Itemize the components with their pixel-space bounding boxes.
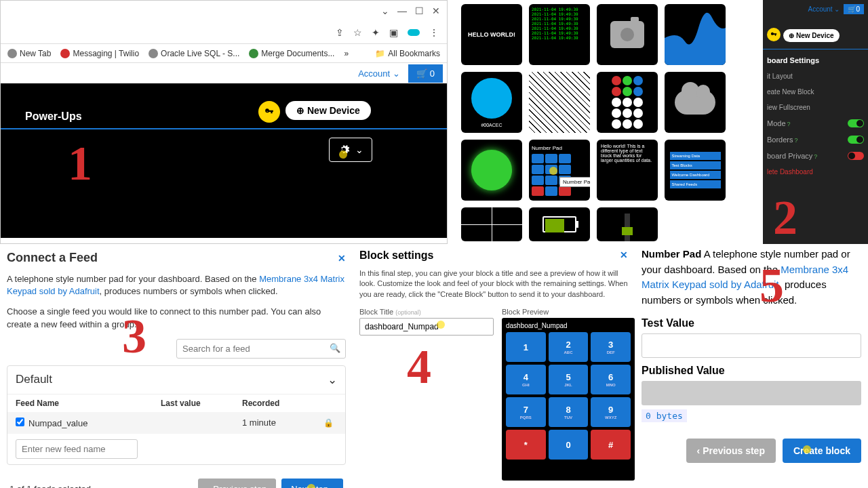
block-battery[interactable] [529, 207, 590, 241]
feed-checkbox[interactable] [16, 418, 24, 426]
published-value-label: Published Value [642, 365, 861, 377]
sidebar-create-block[interactable]: eate New Block [767, 84, 864, 100]
test-value-input[interactable] [642, 333, 861, 358]
sidebar-edit-layout[interactable]: it Layout [767, 68, 864, 84]
key-icon[interactable] [258, 101, 280, 123]
bookmark-merge[interactable]: Merge Documents... [249, 49, 334, 58]
modal-title: Connect a Feed [7, 251, 98, 265]
share-icon[interactable]: ⇪ [336, 27, 344, 38]
connect-feed-modal: Connect a Feed✕ A telephone style number… [0, 244, 353, 488]
new-device-button[interactable]: ⊕ New Device [783, 29, 840, 42]
numpad-key[interactable]: 3DEF [591, 332, 631, 362]
sidebar-heading: board Settings [767, 52, 864, 68]
modal-title: Block settings [359, 249, 433, 262]
modal-description: A telephone style number pad for your da… [7, 273, 346, 298]
numpad-key[interactable]: 2ABC [549, 332, 589, 362]
tooltip: Number Pad [559, 177, 590, 187]
block-text[interactable]: HELLO WORLD! [461, 4, 522, 65]
help-icon: ? [787, 121, 791, 127]
block-remote[interactable] [597, 72, 658, 133]
published-value-box [642, 381, 861, 405]
annotation-number: 4 [407, 339, 431, 395]
block-links[interactable]: Streaming DataTest BlocksWelcome Dashboa… [665, 140, 726, 201]
block-indicator[interactable] [461, 140, 522, 201]
dashboard-title: Power-Ups [25, 110, 82, 123]
star-icon[interactable]: ☆ [353, 27, 362, 38]
block-numpad[interactable]: Number Pad Number Pad [529, 140, 590, 201]
close-icon[interactable]: ✕ [620, 249, 628, 262]
sidebar-fullscreen[interactable]: iew Fullscreen [767, 100, 864, 115]
account-bar: Account ⌄ 🛒 0 [1, 63, 447, 83]
block-title-input[interactable] [359, 318, 494, 336]
numpad-key[interactable]: 8TUV [549, 397, 589, 427]
next-button[interactable]: Next step › [281, 479, 343, 488]
numpad-key[interactable]: 9WXYZ [591, 397, 631, 427]
close-icon[interactable]: ✕ [338, 253, 346, 264]
new-device-button[interactable]: ⊕New Device [285, 101, 371, 120]
previous-button[interactable]: ‹ Previous step [198, 479, 276, 488]
bookmark-oracle[interactable]: Oracle Live SQL - S... [149, 49, 239, 58]
block-title-label: Block Title (optional) [359, 308, 494, 316]
sidebar-privacy-toggle[interactable]: board Privacy? [767, 148, 864, 164]
account-link[interactable]: Account ⌄ [808, 5, 840, 13]
numpad-key[interactable]: 5JKL [549, 365, 589, 394]
cart-button[interactable]: 🛒0 [844, 4, 864, 14]
block-linechart[interactable] [665, 4, 726, 65]
block-stream[interactable]: 2021-11-04 19:49:39 2021-11-04 19:49:39 … [529, 4, 590, 65]
previous-button[interactable]: ‹ Previous step [686, 439, 776, 463]
numpad-key[interactable]: # [591, 430, 631, 460]
all-bookmarks[interactable]: 📁All Bookmarks [375, 49, 440, 58]
block-crosshair[interactable] [461, 207, 522, 241]
cart-button[interactable]: 🛒 0 [408, 64, 443, 83]
numpad-key[interactable]: 7PQRS [506, 397, 546, 427]
key-icon[interactable] [767, 28, 781, 41]
test-value-label: Test Value [642, 317, 861, 329]
group-header[interactable]: Default⌄ [7, 366, 345, 394]
description: Number Pad A telephone style number pad … [642, 247, 861, 308]
block-map[interactable] [529, 72, 590, 133]
help-icon: ? [814, 153, 817, 160]
maximize-icon[interactable]: ☐ [415, 5, 424, 16]
create-block-button[interactable]: Create block [783, 439, 861, 463]
block-slider[interactable] [597, 207, 658, 241]
numpad-key[interactable]: 6MNO [591, 365, 631, 394]
account-link[interactable]: Account ⌄ [358, 68, 400, 79]
modal-instructions: Choose a single feed you would like to c… [7, 306, 346, 330]
minimize-icon[interactable]: — [397, 5, 407, 16]
block-icon[interactable] [665, 72, 726, 133]
block-image[interactable] [597, 4, 658, 65]
feed-search[interactable]: 🔍 [176, 339, 346, 359]
window-controls: ⌄ — ☐ ✕ [1, 1, 447, 21]
bookmark-newtab[interactable]: New Tab [7, 49, 51, 58]
lock-icon: 🔒 [323, 418, 337, 428]
sidebar-mode-toggle[interactable]: Mode? [767, 115, 864, 131]
chevron-down-icon[interactable]: ⌄ [381, 5, 389, 16]
bookmarks-bar: New Tab Messaging | Twilio Oracle Live S… [1, 44, 447, 63]
block-color[interactable]: #00ACEC [461, 72, 522, 133]
extensions-icon[interactable]: ✦ [372, 27, 380, 38]
annotation-number: 3 [122, 308, 146, 365]
panel-icon[interactable]: ▣ [389, 27, 398, 38]
gear-menu[interactable]: ⌄ [329, 138, 372, 162]
mouse-cursor [803, 445, 811, 453]
numpad-key[interactable]: * [506, 430, 546, 460]
block-multitext[interactable]: Hello world! This is a different type of… [597, 140, 658, 201]
numpad-key[interactable]: 0 [549, 430, 589, 460]
search-input[interactable] [176, 339, 346, 359]
bookmarks-more[interactable]: » [344, 49, 349, 58]
chevron-down-icon: ⌄ [328, 373, 337, 387]
chevron-down-icon: ⌄ [355, 144, 363, 155]
new-feed-input[interactable] [16, 439, 138, 459]
close-icon[interactable]: ✕ [432, 5, 440, 16]
annotation-number: 1 [68, 136, 92, 192]
bookmark-messaging[interactable]: Messaging | Twilio [60, 49, 139, 58]
table-row[interactable]: Numpad_value 1 minute🔒 [7, 412, 345, 434]
numpad-preview: dashboard_Numpad 12ABC3DEF4GHI5JKL6MNO7P… [502, 318, 635, 481]
annotation-number: 2 [773, 190, 797, 246]
extension-pill-icon[interactable] [408, 29, 420, 36]
sidebar-borders-toggle[interactable]: Borders? [767, 131, 864, 148]
numpad-key[interactable]: 4GHI [506, 365, 546, 394]
numpad-key[interactable]: 1 [506, 332, 546, 362]
sidebar-delete[interactable]: lete Dashboard [767, 164, 864, 180]
menu-icon[interactable]: ⋮ [429, 27, 439, 38]
